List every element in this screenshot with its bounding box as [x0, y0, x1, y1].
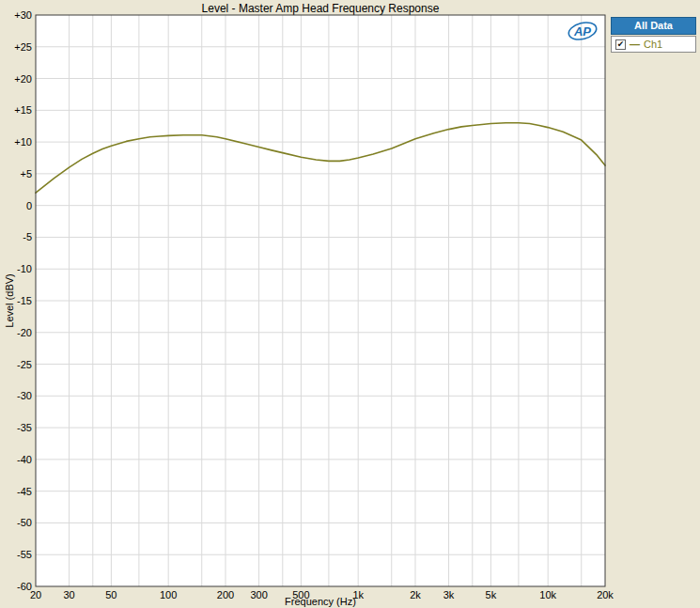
legend-item-ch1[interactable]: ✔ — Ch1	[611, 36, 696, 53]
x-tick-label: 3k	[443, 589, 455, 600]
y-tick-label: -5	[23, 231, 32, 242]
y-tick-label: +25	[14, 41, 32, 53]
x-tick-label: 20	[30, 589, 41, 600]
y-tick-label: -55	[17, 549, 32, 560]
x-tick-label: 5k	[486, 589, 497, 600]
legend-panel: All Data ✔ — Ch1	[611, 17, 696, 53]
ch1-label: Ch1	[644, 39, 662, 50]
ch1-checkbox[interactable]: ✔	[615, 39, 626, 50]
x-tick-label: 100	[160, 589, 177, 600]
y-tick-label: -40	[17, 454, 32, 465]
legend-header: All Data	[611, 17, 696, 35]
x-tick-label: 1k	[352, 589, 364, 600]
ap-logo-graphic: AP	[567, 20, 600, 43]
app-window: Level - Master Amp Head Frequency Respon…	[0, 0, 700, 608]
x-tick-label: 20k	[597, 589, 614, 600]
x-tick-label: 50	[105, 589, 117, 600]
x-tick-label: 2k	[410, 589, 421, 600]
y-tick-label: -15	[17, 295, 32, 306]
y-tick-label: -20	[17, 327, 32, 338]
y-tick-label: +5	[20, 168, 32, 179]
check-icon: ✔	[617, 39, 625, 49]
y-tick-label: +30	[14, 9, 32, 21]
frequency-response-chart: +30+25+20+15+10+50-5-10-15-20-25-30-35-4…	[0, 0, 700, 608]
y-tick-label: -25	[17, 359, 32, 370]
x-tick-label: 200	[217, 589, 234, 600]
y-tick-label: -50	[17, 517, 32, 528]
y-tick-label: +20	[14, 73, 32, 85]
y-tick-label: -35	[17, 422, 32, 433]
y-tick-label: -10	[17, 263, 32, 274]
x-tick-label: 30	[63, 589, 74, 600]
y-tick-label: +15	[14, 104, 32, 116]
ch1-line-sample-icon: —	[630, 39, 640, 50]
x-tick-label: 10k	[539, 589, 556, 600]
ap-logo-text: AP	[573, 24, 591, 39]
y-tick-label: +10	[14, 136, 32, 148]
y-tick-label: -45	[17, 486, 32, 497]
x-tick-label: 300	[250, 589, 267, 600]
y-tick-label: 0	[26, 200, 32, 211]
x-tick-label: 500	[292, 589, 309, 600]
y-tick-label: -30	[17, 390, 32, 401]
ap-logo: AP	[567, 20, 600, 47]
